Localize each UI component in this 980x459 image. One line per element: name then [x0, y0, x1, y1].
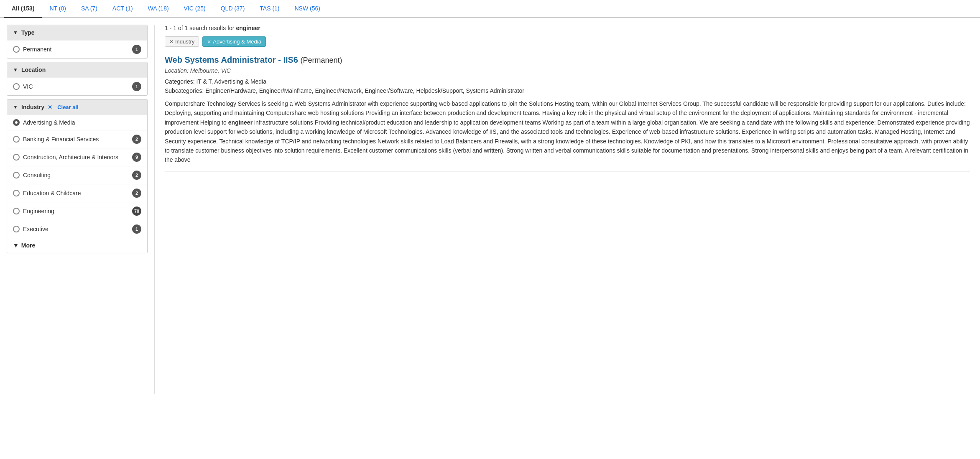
- more-section[interactable]: ▼ More: [7, 238, 147, 253]
- location-chevron-icon: ▼: [13, 67, 18, 73]
- results-prefix: 1 - 1 of 1 search results for: [165, 25, 236, 31]
- engineering-label: Engineering: [23, 208, 54, 214]
- filter-tag-industry[interactable]: ✕ Industry: [165, 36, 199, 47]
- job-description: Computershare Technology Services is see…: [165, 99, 970, 165]
- tab-act[interactable]: ACT (1): [105, 0, 140, 18]
- sidebar: ▼ Type Permanent 1 ▼ Location VIC: [0, 25, 155, 394]
- permanent-radio: [13, 46, 20, 53]
- type-chevron-icon: ▼: [13, 30, 18, 36]
- content-area: 1 - 1 of 1 search results for engineer ✕…: [155, 25, 980, 394]
- consulting-radio: [13, 172, 20, 178]
- vic-radio: [13, 83, 20, 90]
- location-section-header[interactable]: ▼ Location: [7, 62, 147, 77]
- job-categories: Categories: IT & T, Advertising & Media: [165, 78, 970, 85]
- job-subcategories: Subcategories: Engineer/Hardware, Engine…: [165, 87, 970, 94]
- vic-count: 1: [132, 82, 141, 91]
- tab-nsw[interactable]: NSW (56): [287, 0, 328, 18]
- main-layout: ▼ Type Permanent 1 ▼ Location VIC: [0, 18, 980, 394]
- banking-count: 2: [132, 135, 141, 144]
- tab-sa[interactable]: SA (7): [74, 0, 105, 18]
- more-label: More: [21, 242, 35, 249]
- description-after-bold: infrastructure solutions Providing techn…: [165, 119, 970, 163]
- industry-clear-x-icon: ✕: [48, 104, 52, 110]
- tab-wa[interactable]: WA (18): [140, 0, 176, 18]
- job-title-link[interactable]: Web Systems Administrator - IIS6: [165, 55, 298, 64]
- tab-bar: All (153)NT (0)SA (7)ACT (1)WA (18)VIC (…: [0, 0, 980, 18]
- industry-section-header[interactable]: ▼ Industry ✕ Clear all: [7, 99, 147, 115]
- industry-clear-all-link[interactable]: Clear all: [57, 104, 79, 110]
- industry-advertising-row[interactable]: Advertising & Media: [7, 115, 147, 130]
- filter-advertising-label: Advertising & Media: [213, 38, 261, 45]
- industry-section: ▼ Industry ✕ Clear all Advertising & Med…: [7, 99, 148, 253]
- job-type: (Permanent): [301, 56, 342, 64]
- type-section-label: Type: [21, 29, 35, 36]
- executive-count: 1: [132, 224, 141, 234]
- consulting-label: Consulting: [23, 172, 51, 178]
- more-chevron-icon: ▼: [13, 242, 19, 249]
- tab-tas[interactable]: TAS (1): [252, 0, 287, 18]
- banking-label: Banking & Financial Services: [23, 136, 99, 143]
- permanent-count: 1: [132, 45, 141, 54]
- education-count: 2: [132, 189, 141, 198]
- industry-engineering-row[interactable]: Engineering 70: [7, 202, 147, 220]
- engineering-radio: [13, 208, 20, 214]
- type-permanent-row[interactable]: Permanent 1: [7, 40, 147, 58]
- type-section: ▼ Type Permanent 1: [7, 25, 148, 59]
- job-location: Location: Melbourne, VIC: [165, 67, 970, 74]
- permanent-label: Permanent: [23, 46, 51, 53]
- advertising-radio: [13, 119, 20, 126]
- consulting-count: 2: [132, 171, 141, 180]
- industry-consulting-row[interactable]: Consulting 2: [7, 166, 147, 184]
- search-results-info: 1 - 1 of 1 search results for engineer: [165, 25, 970, 31]
- advertising-label: Advertising & Media: [23, 119, 75, 126]
- results-search-term: engineer: [236, 25, 260, 31]
- construction-label: Construction, Architecture & Interiors: [23, 154, 118, 161]
- filter-tag-advertising[interactable]: ✕ Advertising & Media: [202, 36, 266, 47]
- construction-radio: [13, 154, 20, 161]
- banking-radio: [13, 136, 20, 143]
- filter-tags: ✕ Industry ✕ Advertising & Media: [165, 36, 970, 47]
- filter-advertising-x-icon: ✕: [207, 39, 211, 45]
- job-title: Web Systems Administrator - IIS6 (Perman…: [165, 55, 970, 65]
- industry-chevron-icon: ▼: [13, 104, 18, 110]
- location-section-label: Location: [21, 66, 46, 73]
- industry-construction-row[interactable]: Construction, Architecture & Interiors 9: [7, 148, 147, 166]
- tab-vic[interactable]: VIC (25): [176, 0, 213, 18]
- type-section-header[interactable]: ▼ Type: [7, 25, 147, 40]
- filter-industry-label: Industry: [175, 38, 194, 45]
- industry-education-row[interactable]: Education & Childcare 2: [7, 184, 147, 202]
- education-label: Education & Childcare: [23, 190, 81, 196]
- industry-section-label: Industry: [21, 104, 44, 110]
- tab-all[interactable]: All (153): [4, 0, 42, 18]
- filter-industry-x-icon: ✕: [169, 39, 174, 45]
- industry-banking-row[interactable]: Banking & Financial Services 2: [7, 130, 147, 148]
- description-bold: engineer: [228, 119, 253, 126]
- executive-radio: [13, 226, 20, 232]
- location-section: ▼ Location VIC 1: [7, 62, 148, 96]
- vic-label: VIC: [23, 83, 33, 90]
- engineering-count: 70: [132, 207, 141, 216]
- executive-label: Executive: [23, 226, 48, 232]
- industry-executive-row[interactable]: Executive 1: [7, 220, 147, 238]
- job-listing: Web Systems Administrator - IIS6 (Perman…: [165, 55, 970, 172]
- tab-nt[interactable]: NT (0): [42, 0, 73, 18]
- location-vic-row[interactable]: VIC 1: [7, 77, 147, 95]
- education-radio: [13, 190, 20, 196]
- construction-count: 9: [132, 153, 141, 162]
- tab-qld[interactable]: QLD (37): [213, 0, 253, 18]
